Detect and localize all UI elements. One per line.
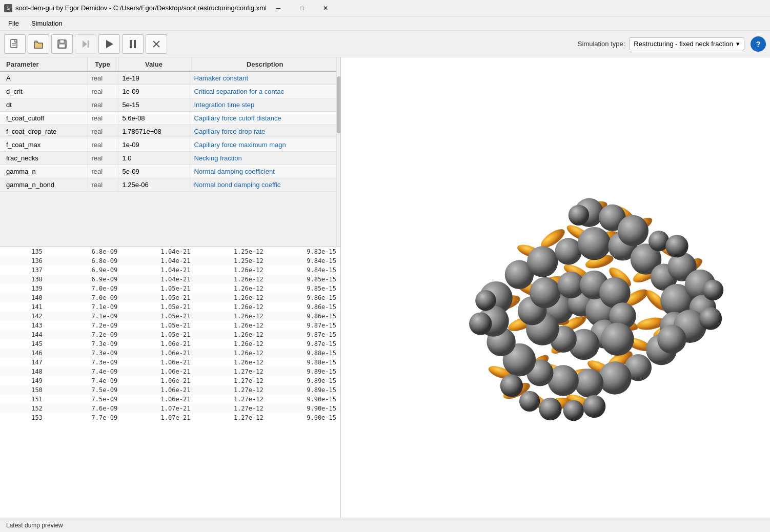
data-col4: 1.27e-12 bbox=[194, 385, 267, 395]
skip-button[interactable] bbox=[75, 34, 96, 54]
data-col2: 6.9e-09 bbox=[49, 275, 121, 284]
table-row[interactable]: A real 1e-19 Hamaker constant bbox=[0, 72, 340, 85]
data-col1: 147 bbox=[0, 358, 49, 367]
simulation-menu[interactable]: Simulation bbox=[25, 17, 69, 29]
data-col1: 140 bbox=[0, 293, 49, 302]
data-col1: 153 bbox=[0, 413, 49, 422]
data-col5: 9.86e-15 bbox=[268, 302, 340, 312]
param-type: real bbox=[87, 72, 118, 85]
toolbar: Simulation type: Restructuring - fixed n… bbox=[0, 31, 770, 57]
data-col5: 9.88e-15 bbox=[268, 349, 340, 358]
play-button[interactable] bbox=[98, 34, 120, 54]
data-col3: 1.07e-21 bbox=[121, 413, 194, 422]
scrollbar-thumb[interactable] bbox=[337, 76, 340, 133]
data-col3: 1.06e-21 bbox=[121, 376, 194, 385]
svg-point-108 bbox=[539, 398, 561, 420]
minimize-button[interactable]: ─ bbox=[267, 0, 290, 16]
param-desc: Critical separation for a contac bbox=[190, 85, 340, 98]
data-col4: 1.26e-12 bbox=[194, 275, 267, 284]
data-col5: 9.89e-15 bbox=[268, 376, 340, 385]
param-name: frac_necks bbox=[0, 152, 87, 165]
data-col1: 143 bbox=[0, 321, 49, 330]
param-type: real bbox=[87, 165, 118, 178]
open-icon bbox=[33, 38, 44, 50]
data-col1: 148 bbox=[0, 367, 49, 376]
new-button[interactable] bbox=[4, 34, 26, 54]
stop-button[interactable] bbox=[146, 34, 167, 54]
col-header-description: Description bbox=[190, 57, 340, 72]
data-col1: 141 bbox=[0, 302, 49, 312]
help-button[interactable]: ? bbox=[751, 36, 766, 52]
data-col3: 1.04e-21 bbox=[121, 247, 194, 256]
table-row[interactable]: f_coat_max real 1e-09 Capillary force ma… bbox=[0, 138, 340, 152]
data-row: 149 7.4e-09 1.06e-21 1.27e-12 9.89e-15 bbox=[0, 376, 340, 385]
data-col1: 144 bbox=[0, 330, 49, 339]
param-type: real bbox=[87, 152, 118, 165]
param-desc: Normal damping coefficient bbox=[190, 165, 340, 178]
data-col4: 1.27e-12 bbox=[194, 367, 267, 376]
data-col2: 7.0e-09 bbox=[49, 293, 121, 302]
table-row[interactable]: gamma_n_bond real 1.25e-06 Normal bond d… bbox=[0, 178, 340, 192]
data-row: 141 7.1e-09 1.05e-21 1.26e-12 9.86e-15 bbox=[0, 302, 340, 312]
col-header-type: Type bbox=[87, 57, 118, 72]
data-col3: 1.05e-21 bbox=[121, 330, 194, 339]
data-col1: 139 bbox=[0, 284, 49, 293]
data-col3: 1.06e-21 bbox=[121, 395, 194, 404]
data-col1: 151 bbox=[0, 395, 49, 404]
data-col3: 1.06e-21 bbox=[121, 339, 194, 349]
data-row: 142 7.1e-09 1.05e-21 1.26e-12 9.86e-15 bbox=[0, 312, 340, 321]
data-col2: 7.1e-09 bbox=[49, 312, 121, 321]
scrollbar-track[interactable] bbox=[336, 57, 340, 247]
data-col3: 1.06e-21 bbox=[121, 358, 194, 367]
data-col1: 150 bbox=[0, 385, 49, 395]
param-value: 5e-09 bbox=[118, 165, 190, 178]
param-type: real bbox=[87, 178, 118, 192]
param-name: dt bbox=[0, 98, 87, 112]
pause-icon bbox=[127, 38, 138, 50]
param-desc: Capillary force maximum magn bbox=[190, 138, 340, 152]
param-value: 1e-09 bbox=[118, 138, 190, 152]
param-table-body: A real 1e-19 Hamaker constant d_crit rea… bbox=[0, 72, 340, 192]
data-col2: 7.3e-09 bbox=[49, 358, 121, 367]
svg-point-97 bbox=[601, 323, 634, 356]
data-col3: 1.05e-21 bbox=[121, 321, 194, 330]
data-col5: 9.87e-15 bbox=[268, 339, 340, 349]
table-row[interactable]: frac_necks real 1.0 Necking fraction bbox=[0, 152, 340, 165]
svg-point-110 bbox=[583, 395, 605, 418]
svg-point-107 bbox=[519, 391, 540, 412]
data-col2: 7.0e-09 bbox=[49, 284, 121, 293]
data-row: 135 6.8e-09 1.04e-21 1.25e-12 9.83e-15 bbox=[0, 247, 340, 256]
svg-point-111 bbox=[475, 290, 496, 311]
save-button[interactable] bbox=[51, 34, 73, 54]
data-col5: 9.89e-15 bbox=[268, 367, 340, 376]
simulation-type-dropdown[interactable]: Restructuring - fixed neck fraction ▾ bbox=[629, 37, 744, 50]
param-value: 1e-19 bbox=[118, 72, 190, 85]
svg-point-112 bbox=[469, 312, 492, 335]
file-menu[interactable]: File bbox=[2, 17, 25, 29]
pause-button[interactable] bbox=[122, 34, 144, 54]
table-row[interactable]: dt real 5e-15 Integration time step bbox=[0, 98, 340, 112]
data-col5: 9.84e-15 bbox=[268, 256, 340, 265]
data-col5: 9.83e-15 bbox=[268, 247, 340, 256]
simulation-type-area: Simulation type: Restructuring - fixed n… bbox=[578, 37, 744, 50]
close-button[interactable]: ✕ bbox=[314, 0, 337, 16]
param-name: d_crit bbox=[0, 85, 87, 98]
svg-marker-6 bbox=[83, 40, 87, 48]
data-row: 148 7.4e-09 1.06e-21 1.27e-12 9.89e-15 bbox=[0, 367, 340, 376]
data-col4: 1.26e-12 bbox=[194, 293, 267, 302]
data-col3: 1.04e-21 bbox=[121, 256, 194, 265]
table-row[interactable]: gamma_n real 5e-09 Normal damping coeffi… bbox=[0, 165, 340, 178]
simulation-type-label: Simulation type: bbox=[578, 40, 625, 48]
open-button[interactable] bbox=[28, 34, 49, 54]
table-row[interactable]: f_coat_drop_rate real 1.78571e+08 Capill… bbox=[0, 125, 340, 138]
param-value: 5e-15 bbox=[118, 98, 190, 112]
data-col5: 9.87e-15 bbox=[268, 330, 340, 339]
param-table: Parameter Type Value Description A real … bbox=[0, 57, 340, 192]
table-row[interactable]: f_coat_cutoff real 5.6e-08 Capillary for… bbox=[0, 112, 340, 125]
table-row[interactable]: d_crit real 1e-09 Critical separation fo… bbox=[0, 85, 340, 98]
svg-rect-10 bbox=[134, 40, 136, 48]
maximize-button[interactable]: □ bbox=[290, 0, 314, 16]
svg-point-114 bbox=[665, 235, 688, 257]
data-col3: 1.05e-21 bbox=[121, 293, 194, 302]
left-panel: Parameter Type Value Description A real … bbox=[0, 57, 341, 518]
